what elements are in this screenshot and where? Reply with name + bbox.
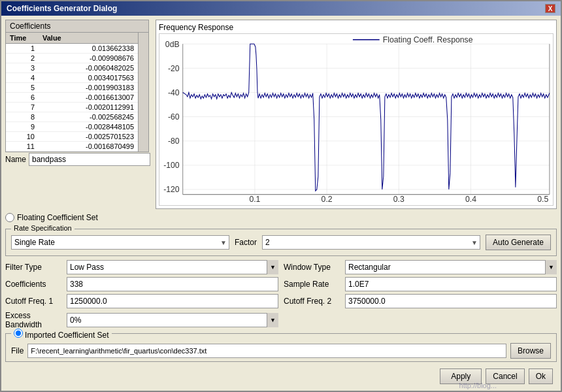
value-cell: -0.0019903183 — [39, 83, 138, 92]
name-label: Name — [5, 155, 26, 164]
title-bar: Coefficients Generator Dialog X — [1, 1, 561, 16]
rate-spec-title: Rate Specification — [11, 224, 74, 232]
name-row: Name — [5, 152, 150, 167]
rate-select[interactable]: Single Rate Interpolation Decimation — [11, 235, 229, 250]
dialog-title: Coefficients Generator Dialog — [7, 4, 117, 13]
value-cell: -0.0020112991 — [39, 103, 138, 112]
cutoff-freq1-wrap — [67, 294, 278, 308]
svg-text:Frequency: Frequency — [347, 203, 385, 205]
rate-select-wrapper: Single Rate Interpolation Decimation ▼ — [11, 235, 229, 250]
ok-button[interactable]: Ok — [529, 368, 553, 384]
floating-radio[interactable] — [5, 213, 14, 222]
file-path-input[interactable] — [27, 344, 506, 358]
browse-button[interactable]: Browse — [510, 343, 551, 359]
top-section: Coefficients Time Value 1 0.013662338 2 … — [5, 20, 557, 209]
time-column-header: Time — [6, 33, 39, 43]
table-row: 10 -0.0025701523 — [6, 132, 138, 142]
file-row: File Browse — [11, 343, 551, 359]
svg-text:-20: -20 — [168, 63, 180, 73]
cutoff-freq1-row: Cutoff Freq. 1 — [5, 294, 278, 308]
coeff-table-header: Time Value — [6, 33, 138, 44]
excess-bw-row: Excess Bandwidth ▼ — [5, 311, 278, 329]
time-cell: 10 — [6, 132, 39, 141]
time-cell: 3 — [6, 63, 39, 73]
excess-bw-wrap: ▼ — [67, 313, 278, 327]
time-cell: 8 — [6, 112, 39, 122]
filter-spec-grid: Filter Type ▼ Window Type ▼ Coef — [5, 259, 557, 331]
close-button[interactable]: X — [545, 4, 555, 13]
bottom-buttons: http://blog... Apply Cancel Ok — [5, 366, 557, 387]
svg-text:0.5: 0.5 — [537, 194, 548, 203]
svg-text:Floating Coeff. Response: Floating Coeff. Response — [383, 35, 473, 44]
factor-select[interactable]: 2 4 8 — [262, 235, 480, 250]
freq-response-panel: Frequency Response 0dB -20 -40 -60 -80 -… — [156, 20, 557, 209]
value-cell: -0.0016613007 — [39, 93, 138, 102]
table-row: 6 -0.0016613007 — [6, 93, 138, 103]
filter-type-label: Filter Type — [5, 263, 64, 272]
table-row: 8 -0.002568245 — [6, 112, 138, 122]
svg-text:0.2: 0.2 — [322, 194, 333, 203]
watermark: http://blog... — [459, 382, 497, 389]
coefficients-count-label: Coefficients — [5, 280, 64, 289]
floating-coeff-radio-group: Floating Coefficient Set — [5, 212, 557, 223]
excess-bw-label: Excess Bandwidth — [5, 311, 64, 329]
time-cell: 7 — [6, 103, 39, 112]
svg-text:-40: -40 — [168, 88, 180, 97]
coefficients-header: Coefficients — [6, 20, 148, 33]
factor-select-wrapper: 2 4 8 ▼ — [262, 235, 480, 250]
excess-bw-input[interactable] — [67, 313, 278, 327]
cutoff-freq2-input[interactable] — [345, 294, 557, 308]
cutoff-freq2-wrap — [345, 294, 557, 308]
window-type-input[interactable] — [345, 260, 557, 274]
sample-rate-label: Sample Rate — [284, 280, 342, 289]
filter-type-wrap: ▼ — [67, 260, 278, 274]
table-row: 5 -0.0019903183 — [6, 83, 138, 93]
sample-rate-row: Sample Rate — [284, 277, 557, 291]
sample-rate-wrap — [345, 277, 557, 291]
imported-coeff-title: Imported Coefficient Set — [11, 329, 112, 340]
frequency-chart: 0dB -20 -40 -60 -80 -100 -120 — [159, 34, 553, 205]
value-cell: -0.009908676 — [39, 54, 138, 63]
table-row: 11 -0.0016870499 — [6, 142, 138, 152]
table-row: 9 -0.0028448105 — [6, 122, 138, 132]
value-cell: 0.0034017563 — [39, 73, 138, 82]
filter-type-input[interactable] — [67, 260, 278, 274]
dialog: Coefficients Generator Dialog X Coeffici… — [0, 0, 562, 392]
svg-text:-80: -80 — [168, 137, 180, 146]
name-input[interactable] — [29, 153, 150, 166]
time-cell: 2 — [6, 54, 39, 63]
coefficients-count-wrap — [67, 277, 278, 291]
window-type-row: Window Type ▼ — [284, 260, 557, 274]
value-cell: -0.0028448105 — [39, 122, 138, 131]
value-cell: -0.0025701523 — [39, 132, 138, 141]
value-cell: -0.0016870499 — [39, 142, 138, 151]
floating-radio-label[interactable]: Floating Coefficient Set — [17, 213, 98, 222]
table-row: 3 -0.0060482025 — [6, 63, 138, 73]
coefficients-panel: Coefficients Time Value 1 0.013662338 2 … — [5, 20, 149, 152]
coeff-table-container: Time Value 1 0.013662338 2 -0.009908676 … — [6, 33, 148, 152]
filter-type-row: Filter Type ▼ — [5, 260, 278, 274]
table-row: 7 -0.0020112991 — [6, 103, 138, 112]
value-cell: -0.0060482025 — [39, 63, 138, 73]
window-type-dropdown-btn[interactable]: ▼ — [545, 260, 557, 274]
imported-radio-label[interactable]: Imported Coefficient Set — [25, 331, 109, 340]
coeff-rows-wrapper[interactable]: 1 0.013662338 2 -0.009908676 3 -0.006048… — [6, 44, 138, 152]
filter-type-dropdown-btn[interactable]: ▼ — [267, 260, 278, 274]
window-type-wrap: ▼ — [345, 260, 557, 274]
svg-text:0dB: 0dB — [165, 39, 180, 48]
cutoff-freq1-input[interactable] — [67, 294, 278, 308]
auto-generate-button[interactable]: Auto Generate — [486, 235, 551, 250]
table-row: 1 0.013662338 — [6, 44, 138, 54]
svg-text:0.4: 0.4 — [465, 194, 476, 203]
imported-coeff-section: Imported Coefficient Set File Browse — [5, 333, 557, 362]
imported-radio[interactable] — [14, 329, 23, 338]
svg-text:-120: -120 — [163, 185, 179, 194]
sample-rate-input[interactable] — [345, 277, 557, 291]
freq-response-title: Frequency Response — [159, 23, 554, 32]
time-cell: 11 — [6, 142, 39, 151]
excess-bw-dropdown-btn[interactable]: ▼ — [267, 313, 278, 327]
coefficients-input[interactable] — [67, 277, 278, 291]
value-cell: -0.002568245 — [39, 112, 138, 122]
time-cell: 1 — [6, 44, 39, 53]
file-label: File — [11, 346, 24, 355]
